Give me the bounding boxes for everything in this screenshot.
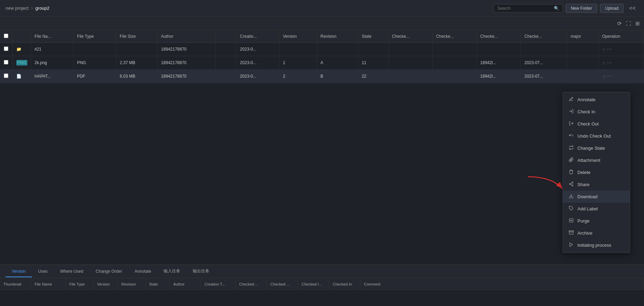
select-all-checkbox[interactable] (4, 34, 8, 38)
bottom-panel: Version Uses Where Used Change Order Ann… (0, 264, 644, 306)
menu-label-download: Download (577, 194, 598, 199)
tab-output-task[interactable]: 输出任务 (186, 265, 216, 278)
row-checkbox[interactable] (4, 60, 8, 64)
row-checked4: 2023-07... (521, 56, 567, 70)
row-creation: 2023-0... (236, 56, 279, 70)
pdf-icon: 📄 (16, 74, 21, 79)
row-filename[interactable]: HAPAT... (31, 70, 73, 83)
menu-label-undo-check-out: Undo Check Out (577, 133, 611, 139)
menu-label-attachment: Attachment (577, 158, 600, 163)
row-major (567, 43, 599, 56)
svg-point-2 (572, 182, 573, 183)
row-spacer (216, 43, 236, 56)
menu-label-check-in: Check In (577, 109, 595, 114)
svg-line-6 (571, 183, 572, 184)
collapse-button[interactable]: << (626, 4, 638, 13)
bottom-col-checked1: Checked ... (236, 278, 267, 290)
refresh-icon[interactable]: ⟳ (617, 20, 622, 27)
col-checked2[interactable]: Checke... (433, 30, 477, 43)
file-table: File Na... File Type File Size Author Cr… (0, 30, 644, 83)
col-creation[interactable]: Creatio... (236, 30, 279, 43)
col-checked3[interactable]: Checke... (477, 30, 521, 43)
row-author: 18942178870 (157, 70, 216, 83)
row-filesize (116, 43, 157, 56)
star-icon[interactable]: ☆ (602, 74, 606, 79)
col-filetype[interactable]: File Type (73, 30, 116, 43)
row-state: 11 (358, 56, 388, 70)
tab-change-order[interactable]: Change Order (89, 266, 128, 277)
bottom-col-author: Author (170, 278, 201, 290)
row-checked3: 18942l... (477, 70, 521, 83)
breadcrumb-parent[interactable]: new project (6, 6, 28, 11)
bottom-tabs: Version Uses Where Used Change Order Ann… (0, 265, 644, 278)
row-checkbox[interactable] (4, 73, 8, 78)
menu-item-check-in[interactable]: Check In (563, 106, 630, 118)
row-filesize: 2.37 MB (116, 56, 157, 70)
tab-uses[interactable]: Uses (32, 266, 54, 277)
add-label-icon (568, 206, 574, 212)
row-checked3: 18942l... (477, 56, 521, 70)
menu-item-initiating-process[interactable]: Initiating process (563, 239, 630, 251)
row-icon-cell: PNG (12, 56, 31, 70)
new-folder-button[interactable]: New Folder (566, 4, 597, 13)
upload-button[interactable]: Upload (600, 4, 624, 13)
menu-item-delete[interactable]: Delete (563, 166, 630, 178)
bottom-col-comment: Comment (360, 278, 644, 290)
row-icon-cell: 📁 (12, 43, 31, 56)
row-operation: ☆ ··· (598, 56, 644, 70)
tab-input-task[interactable]: 输入任务 (157, 265, 186, 278)
col-filename[interactable]: File Na... (31, 30, 73, 43)
check-out-icon (568, 121, 574, 127)
col-checked1[interactable]: Checke... (388, 30, 432, 43)
row-checked2 (433, 56, 477, 70)
menu-item-attachment[interactable]: Attachment (563, 154, 630, 166)
menu-item-purge[interactable]: Purge (563, 215, 630, 227)
star-icon[interactable]: ☆ (602, 61, 606, 65)
row-filename[interactable]: #21 (31, 43, 73, 56)
breadcrumb-current: group2 (35, 6, 49, 11)
menu-item-change-state[interactable]: Change State (563, 142, 630, 154)
row-checked4 (521, 43, 567, 56)
bottom-col-checked3: Checked I... (298, 278, 329, 290)
row-checked1 (388, 70, 432, 83)
col-author[interactable]: Author (157, 30, 216, 43)
more-icon[interactable]: ··· (607, 60, 611, 65)
menu-item-undo-check-out[interactable]: Undo Check Out (563, 130, 630, 142)
col-checked4[interactable]: Checke... (521, 30, 567, 43)
row-creation: 2023-0... (236, 43, 279, 56)
star-icon[interactable]: ☆ (602, 47, 606, 52)
row-checked1 (388, 43, 432, 56)
download-icon (568, 194, 574, 200)
col-version[interactable]: Version (279, 30, 317, 43)
more-icon[interactable]: ··· (607, 46, 611, 52)
col-filesize[interactable]: File Size (116, 30, 157, 43)
fullscreen-icon[interactable]: ⛶ (626, 20, 631, 26)
search-icon: 🔍 (554, 6, 559, 11)
svg-line-5 (571, 184, 572, 185)
menu-item-annotate[interactable]: Annotate (563, 94, 630, 106)
tab-version[interactable]: Version (6, 266, 32, 277)
col-major[interactable]: major (567, 30, 599, 43)
row-version: 2 (279, 70, 317, 83)
menu-item-download[interactable]: Download (563, 191, 630, 203)
search-input[interactable] (497, 6, 552, 11)
search-box[interactable]: 🔍 (494, 4, 563, 12)
menu-label-initiating-process: Initiating process (577, 243, 611, 248)
tab-where-used[interactable]: Where Used (54, 266, 89, 277)
row-filename[interactable]: 2k.png (31, 56, 73, 70)
row-author: 18942178870 (157, 56, 216, 70)
tab-annotate[interactable]: Annotate (128, 266, 157, 277)
row-checkbox[interactable] (4, 46, 8, 51)
menu-item-check-out[interactable]: Check Out (563, 118, 630, 130)
header: new project > group2 🔍 New Folder Upload… (0, 0, 644, 17)
grid-icon[interactable]: ⊞ (635, 20, 640, 27)
col-state[interactable]: State (358, 30, 388, 43)
bottom-col-state: State (146, 278, 170, 290)
menu-item-add-label[interactable]: Add Label (563, 203, 630, 215)
col-revision[interactable]: Revision (317, 30, 358, 43)
menu-item-share[interactable]: Share (563, 178, 630, 191)
menu-item-archive[interactable]: Archive (563, 227, 630, 239)
row-filesize: 6.03 MB (116, 70, 157, 83)
archive-icon (568, 230, 574, 236)
more-icon[interactable]: ··· (607, 73, 611, 79)
